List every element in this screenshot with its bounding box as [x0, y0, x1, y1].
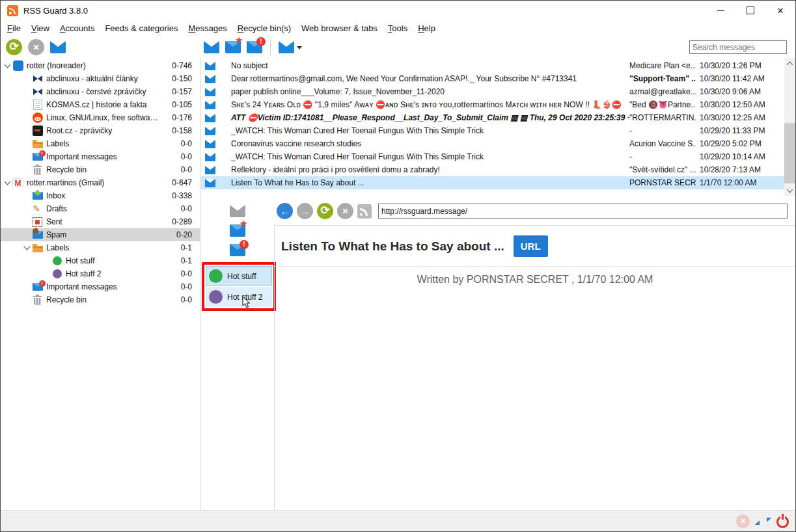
message-row[interactable]: paper publish online___Volume: 7, Issue_…: [201, 85, 784, 98]
feed-icon-wrap: [51, 256, 62, 267]
message-date: 10/29/20 10:14 AM: [696, 152, 784, 161]
message-row[interactable]: Coronavirus vaccine research studies Acu…: [201, 137, 784, 150]
browser-nav-button[interactable]: [317, 203, 333, 219]
messages-toolbar: [204, 39, 302, 55]
browser-nav-button[interactable]: [357, 204, 372, 219]
feed-icon-wrap: [12, 178, 23, 189]
toolbar-button[interactable]: [230, 205, 245, 217]
feed-row[interactable]: Inbox 0-338: [1, 189, 200, 202]
toolbar-button[interactable]: [230, 244, 245, 256]
message-subject: _WATCH: This Woman Cured Her Toenail Fun…: [231, 152, 629, 161]
browser-nav-button[interactable]: [297, 203, 313, 219]
feed-row[interactable]: Drafts 0-0: [1, 202, 200, 215]
scroll-up-icon[interactable]: [784, 58, 795, 68]
message-subject: paper publish online___Volume: 7, Issue_…: [231, 87, 629, 96]
message-list: No subject Medicare Plan <e... 10/30/20 …: [201, 58, 795, 197]
feed-row[interactable]: Linux, GNU/Linux, free software... 0-176: [1, 111, 200, 124]
toolbar-button[interactable]: [247, 41, 262, 53]
feed-count: 0-150: [159, 74, 200, 83]
feed-icon: [33, 192, 43, 200]
chevron-down-icon[interactable]: [2, 60, 12, 71]
feed-row[interactable]: Labels 0-1: [1, 241, 200, 254]
message-row[interactable]: _WATCH: This Woman Cured Her Toenail Fun…: [201, 150, 784, 163]
toolbar-button[interactable]: [6, 39, 22, 55]
feed-row[interactable]: Hot stuff 0-1: [1, 254, 200, 267]
message-row[interactable]: ATT ⛔Victim ID:1741081__Please_Respond__…: [201, 111, 784, 124]
feed-row[interactable]: Important messages 0-0: [1, 150, 200, 163]
statusbar-button[interactable]: [736, 514, 750, 528]
menu-item[interactable]: Accounts: [55, 21, 100, 35]
feed-row[interactable]: abclinuxu - aktuální články 0-150: [1, 72, 200, 85]
browser-nav-button[interactable]: [277, 203, 293, 219]
menu-item[interactable]: View: [26, 21, 55, 35]
browser-nav-button[interactable]: [337, 203, 353, 219]
feed-icon: [13, 60, 23, 71]
message-row[interactable]: Dear rottermartinos@gmail.com, We Need Y…: [201, 72, 784, 85]
menu-item[interactable]: Messages: [183, 21, 232, 35]
menu-item[interactable]: Tools: [383, 21, 413, 35]
feed-icon-wrap: [32, 230, 43, 241]
toolbar-button[interactable]: [279, 41, 294, 53]
toolbar-button[interactable]: [50, 41, 66, 53]
message-row[interactable]: Listen To What he Has to Say about ... P…: [201, 176, 784, 189]
chevron-down-icon[interactable]: [2, 178, 12, 188]
message-date: 10/30/20 1:26 PM: [696, 61, 784, 70]
label-name: Hot stuff: [227, 272, 256, 281]
mail-open-icon: [205, 166, 215, 174]
statusbar-button[interactable]: [776, 516, 789, 528]
url-input[interactable]: [378, 204, 788, 219]
message-row[interactable]: _WATCH: This Woman Cured Her Toenail Fun…: [201, 124, 784, 137]
feed-icon-wrap: [32, 165, 43, 176]
message-list-scrollbar[interactable]: [784, 58, 795, 196]
toolbar-button[interactable]: [204, 41, 219, 53]
message-subject: Dear rottermartinos@gmail.com, We Need Y…: [231, 74, 629, 83]
feed-row[interactable]: Root.cz - zprávičky 0-158: [1, 124, 200, 137]
scrollbar-thumb[interactable]: [784, 123, 795, 183]
message-row[interactable]: Reflektory - ideální pro práci i pro osv…: [201, 163, 784, 176]
feed-label: Spam: [46, 230, 159, 239]
close-button[interactable]: ✕: [765, 1, 795, 20]
message-subject: No subject: [231, 61, 629, 70]
toolbar-button[interactable]: [230, 224, 245, 237]
label-menu-item[interactable]: Hot stuff 2: [206, 287, 272, 307]
feed-label: Hot stuff: [66, 256, 159, 265]
toolbar-button[interactable]: [28, 39, 44, 55]
feed-row[interactable]: abclinuxu - čerstvé zprávičky 0-157: [1, 85, 200, 98]
chevron-down-icon[interactable]: [21, 243, 32, 253]
toolbar: [1, 36, 795, 58]
mail-open-icon: [205, 127, 215, 135]
label-menu-item[interactable]: Hot stuff: [206, 266, 272, 286]
feed-count: 0-1: [159, 256, 200, 265]
feed-label: Recycle bin: [46, 165, 159, 174]
feed-row[interactable]: rotter (Inoreader) 0-746: [1, 59, 200, 72]
mail-icon-cell: [201, 75, 231, 83]
menu-item[interactable]: File: [2, 21, 26, 35]
toolbar-button[interactable]: [270, 39, 271, 55]
feed-row[interactable]: KOSMAS.cz | historie a fakta 0-105: [1, 98, 200, 111]
article-url-button[interactable]: URL: [514, 235, 548, 257]
scroll-down-icon[interactable]: [784, 185, 795, 196]
feed-row[interactable]: Labels 0-0: [1, 137, 200, 150]
feed-row[interactable]: Hot stuff 2 0-0: [1, 267, 200, 280]
message-subject: Reflektory - ideální pro práci i pro osv…: [231, 165, 629, 174]
message-row[interactable]: Sʜᴇ's 24 Yᴇᴀʀs Oʟᴅ ⛔ "1,9 miles" Aᴡᴀʏ ⛔ᴀ…: [201, 98, 784, 111]
feed-row[interactable]: Important messages 0-0: [1, 280, 200, 293]
toolbar-button[interactable]: [225, 41, 241, 53]
minimize-button[interactable]: [706, 1, 735, 20]
feed-count: 0-0: [159, 139, 200, 148]
feed-count: 0-0: [159, 152, 200, 161]
feed-row[interactable]: rotter.martinos (Gmail) 0-647: [1, 176, 200, 189]
feed-row[interactable]: Sent 0-289: [1, 215, 200, 228]
menu-item[interactable]: Web browser & tabs: [296, 21, 383, 35]
menu-item[interactable]: Recycle bin(s): [232, 21, 296, 35]
feed-row[interactable]: Spam 0-20: [1, 228, 200, 241]
statusbar-button[interactable]: [757, 515, 769, 527]
feed-row[interactable]: Recycle bin 0-0: [1, 163, 200, 176]
message-row[interactable]: No subject Medicare Plan <e... 10/30/20 …: [201, 59, 784, 72]
feed-row[interactable]: Recycle bin 0-0: [1, 293, 200, 306]
menu-item[interactable]: Help: [413, 21, 441, 35]
message-sender: "Bed 🔞👅Partne...: [629, 100, 696, 109]
menu-item[interactable]: Feeds & categories: [100, 21, 183, 35]
maximize-button[interactable]: [735, 1, 765, 20]
search-input[interactable]: [689, 40, 787, 54]
